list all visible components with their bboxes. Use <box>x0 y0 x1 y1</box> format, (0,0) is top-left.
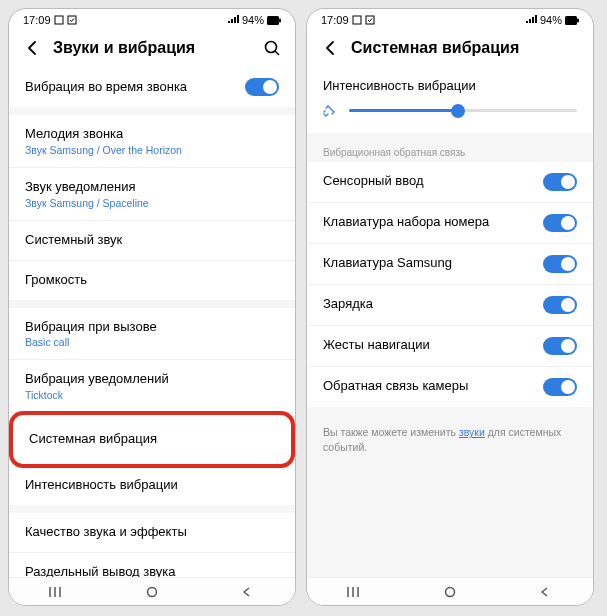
row-camera-feedback[interactable]: Обратная связь камеры <box>307 367 593 407</box>
row-system-sound[interactable]: Системный звук <box>9 221 295 261</box>
header: Системная вибрация <box>307 31 593 67</box>
svg-rect-0 <box>55 16 63 24</box>
row-sound-quality[interactable]: Качество звука и эффекты <box>9 513 295 553</box>
status-icon <box>365 15 375 25</box>
status-bar: 17:09 94% <box>307 9 593 31</box>
sublabel: Звук Samsung / Over the Horizon <box>25 144 279 156</box>
toggle[interactable] <box>543 337 577 355</box>
status-time: 17:09 <box>23 14 51 26</box>
recents-button[interactable] <box>346 585 364 599</box>
row-ringtone[interactable]: Мелодия звонка Звук Samsung / Over the H… <box>9 115 295 168</box>
toggle[interactable] <box>543 378 577 396</box>
status-icon <box>352 15 362 25</box>
row-call-vibration[interactable]: Вибрация при вызове Basic call <box>9 308 295 361</box>
back-icon[interactable] <box>321 39 339 57</box>
row-nav-gestures[interactable]: Жесты навигации <box>307 326 593 367</box>
navbar <box>307 577 593 605</box>
toggle[interactable] <box>543 296 577 314</box>
content: Вибрация во время звонка Мелодия звонка … <box>9 67 295 577</box>
row-system-vibration[interactable]: Системная вибрация <box>9 411 295 468</box>
label: Вибрация уведомлений <box>25 371 279 388</box>
svg-rect-1 <box>68 16 76 24</box>
toggle[interactable] <box>245 78 279 96</box>
sublabel: Звук Samsung / Spaceline <box>25 197 279 209</box>
page-title: Звуки и вибрация <box>53 39 251 57</box>
home-button[interactable] <box>441 585 459 599</box>
toggle[interactable] <box>543 214 577 232</box>
battery-pct: 94% <box>242 14 264 26</box>
footer-note: Вы также можете изменить звуки для систе… <box>307 415 593 464</box>
row-dialpad[interactable]: Клавиатура набора номера <box>307 203 593 244</box>
row-notification-sound[interactable]: Звук уведомления Звук Samsung / Spacelin… <box>9 168 295 221</box>
row-vibration-intensity[interactable]: Интенсивность вибрации <box>9 466 295 505</box>
label: Клавиатура набора номера <box>323 214 543 231</box>
label: Жесты навигации <box>323 337 543 354</box>
svg-point-4 <box>266 42 277 53</box>
label: Интенсивность вибрации <box>25 477 279 494</box>
label: Интенсивность вибрации <box>323 78 577 95</box>
status-icon <box>67 15 77 25</box>
svg-rect-2 <box>267 16 279 25</box>
sounds-link[interactable]: звуки <box>459 426 485 438</box>
toggle[interactable] <box>543 173 577 191</box>
row-separate-sound[interactable]: Раздельный вывод звука Воспроизведение з… <box>9 553 295 577</box>
row-intensity[interactable]: Интенсивность вибрации <box>307 67 593 133</box>
back-icon[interactable] <box>23 39 41 57</box>
recents-button[interactable] <box>48 585 66 599</box>
signal-icon <box>227 15 239 25</box>
label: Обратная связь камеры <box>323 378 543 395</box>
toggle[interactable] <box>543 255 577 273</box>
battery-icon <box>565 16 579 25</box>
svg-rect-8 <box>565 16 577 25</box>
status-icon <box>54 15 64 25</box>
phone-right: 17:09 94% Системная вибрация Интенсивнос… <box>306 8 594 606</box>
search-icon[interactable] <box>263 39 281 57</box>
status-time: 17:09 <box>321 14 349 26</box>
label: Клавиатура Samsung <box>323 255 543 272</box>
svg-rect-6 <box>353 16 361 24</box>
battery-pct: 94% <box>540 14 562 26</box>
svg-point-5 <box>147 587 156 596</box>
label: Громкость <box>25 272 279 289</box>
section-label: Вибрационная обратная связь <box>307 141 593 162</box>
signal-icon <box>525 15 537 25</box>
navbar <box>9 577 295 605</box>
row-samsung-keyboard[interactable]: Клавиатура Samsung <box>307 244 593 285</box>
row-charging[interactable]: Зарядка <box>307 285 593 326</box>
label: Звук уведомления <box>25 179 279 196</box>
row-vibrate-on-ring[interactable]: Вибрация во время звонка <box>9 67 295 107</box>
note-text: Вы также можете изменить <box>323 426 459 438</box>
row-notif-vibration[interactable]: Вибрация уведомлений Ticktock <box>9 360 295 413</box>
row-touch-input[interactable]: Сенсорный ввод <box>307 162 593 203</box>
intensity-slider[interactable] <box>349 109 577 112</box>
home-button[interactable] <box>143 585 161 599</box>
back-button[interactable] <box>238 585 256 599</box>
sublabel: Basic call <box>25 336 279 348</box>
label: Вибрация при вызове <box>25 319 279 336</box>
sublabel: Ticktock <box>25 389 279 401</box>
label: Раздельный вывод звука <box>25 564 279 577</box>
svg-point-10 <box>445 587 454 596</box>
content: Интенсивность вибрации Вибрационная обра… <box>307 67 593 577</box>
label: Мелодия звонка <box>25 126 279 143</box>
label: Зарядка <box>323 296 543 313</box>
label: Качество звука и эффекты <box>25 524 279 541</box>
label: Системный звук <box>25 232 279 249</box>
row-volume[interactable]: Громкость <box>9 261 295 300</box>
header: Звуки и вибрация <box>9 31 295 67</box>
svg-rect-9 <box>577 18 579 22</box>
label: Вибрация во время звонка <box>25 79 245 96</box>
back-button[interactable] <box>536 585 554 599</box>
phone-left: 17:09 94% Звуки и вибрация Вибрация во в… <box>8 8 296 606</box>
page-title: Системная вибрация <box>351 39 579 57</box>
label: Сенсорный ввод <box>323 173 543 190</box>
label: Системная вибрация <box>29 431 275 448</box>
battery-icon <box>267 16 281 25</box>
vibration-icon <box>323 103 339 119</box>
svg-rect-3 <box>279 18 281 22</box>
status-bar: 17:09 94% <box>9 9 295 31</box>
svg-rect-7 <box>366 16 374 24</box>
